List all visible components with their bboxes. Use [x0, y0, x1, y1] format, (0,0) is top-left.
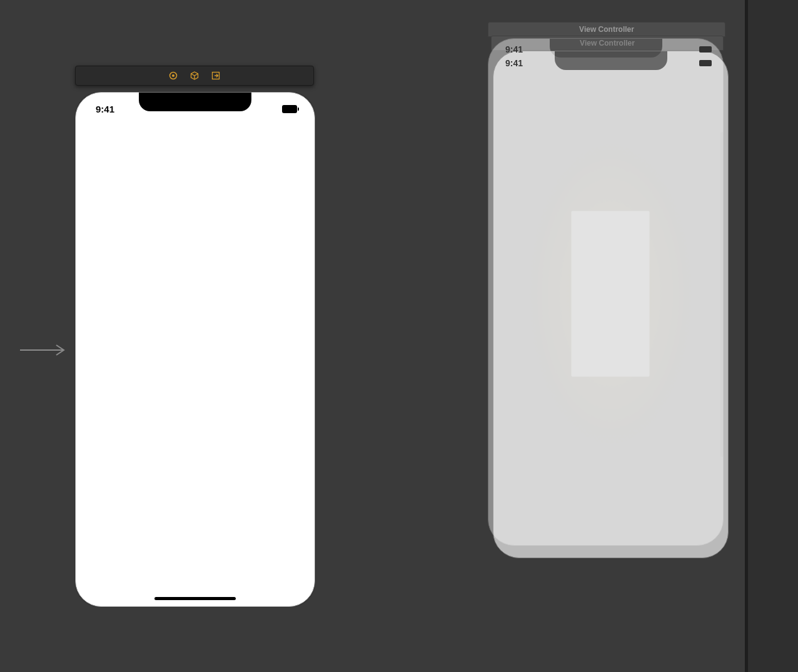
- device-canvas-ghost[interactable]: [493, 51, 729, 558]
- battery-icon: [699, 46, 712, 53]
- status-bar: 9:41: [76, 101, 315, 116]
- battery-icon: [699, 60, 712, 66]
- scene-primary[interactable]: 9:41: [75, 66, 314, 607]
- cube-icon[interactable]: [190, 71, 199, 80]
- exit-icon[interactable]: [211, 71, 220, 80]
- initial-scene-arrow-icon: [19, 344, 69, 356]
- scene-stack[interactable]: View Controller View Controller 9:41 9:4…: [488, 22, 725, 51]
- scene-title-bar[interactable]: View Controller: [488, 22, 725, 37]
- battery-icon: [282, 105, 297, 113]
- circle-dot-icon[interactable]: [169, 71, 178, 80]
- scene-title-label: View Controller: [579, 25, 634, 34]
- status-time: 9:41: [96, 104, 114, 114]
- panel-divider: [745, 0, 798, 672]
- device-notch: [555, 51, 667, 70]
- svg-point-2: [172, 74, 174, 77]
- status-time: 9:41: [505, 58, 523, 68]
- scene-toolbar: [75, 66, 314, 86]
- status-time: 9:41: [505, 44, 523, 54]
- device-canvas[interactable]: 9:41: [75, 92, 315, 607]
- home-indicator: [154, 597, 236, 600]
